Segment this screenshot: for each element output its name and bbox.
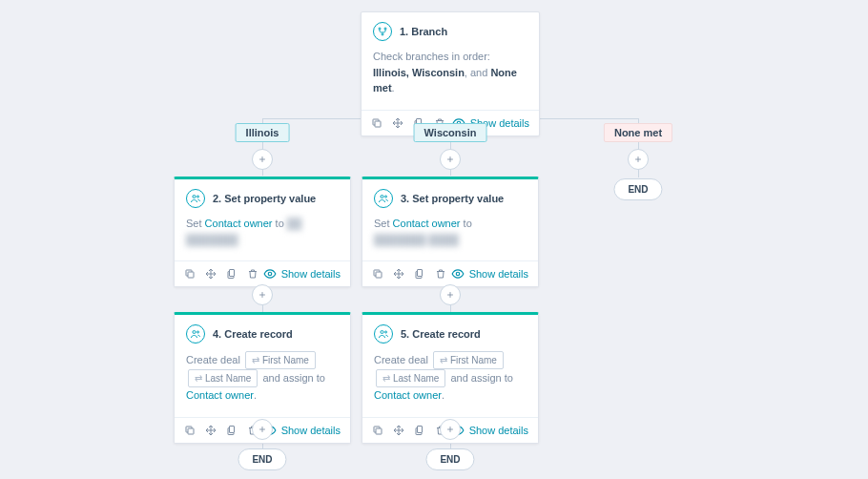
svg-rect-23 xyxy=(376,428,382,434)
svg-rect-18 xyxy=(188,428,194,434)
svg-rect-3 xyxy=(375,121,381,127)
svg-point-12 xyxy=(385,196,387,198)
copy-icon[interactable] xyxy=(414,268,425,280)
move-icon[interactable] xyxy=(393,268,404,280)
clone-icon[interactable] xyxy=(372,425,383,436)
move-icon[interactable] xyxy=(205,268,217,280)
svg-point-2 xyxy=(382,33,383,35)
eye-icon xyxy=(451,267,465,281)
clone-icon[interactable] xyxy=(372,268,383,280)
clone-icon[interactable] xyxy=(371,117,382,129)
card-title: 1. Branch xyxy=(400,26,447,37)
card-body: Check branches in order: Illinois, Wisco… xyxy=(362,47,539,110)
svg-point-15 xyxy=(456,272,460,276)
copy-icon[interactable] xyxy=(226,268,238,280)
move-icon[interactable] xyxy=(392,117,403,129)
svg-point-21 xyxy=(381,331,383,334)
property-link[interactable]: Contact owner xyxy=(393,218,461,229)
card-body: Set Contact owner to ██ ███████ xyxy=(175,214,350,260)
show-details[interactable]: Show details xyxy=(263,267,341,281)
card-title: 2. Set property value xyxy=(213,193,316,204)
contact-icon xyxy=(186,324,205,344)
show-details[interactable]: Show details xyxy=(451,267,528,281)
contact-icon xyxy=(186,189,205,208)
add-action-button[interactable] xyxy=(440,419,461,440)
svg-point-6 xyxy=(193,196,196,198)
svg-rect-13 xyxy=(376,272,382,278)
eye-icon xyxy=(263,267,277,281)
svg-point-11 xyxy=(381,196,383,198)
copy-icon[interactable] xyxy=(414,425,425,436)
card-title: 3. Set property value xyxy=(401,193,504,204)
property-link[interactable]: Contact owner xyxy=(374,389,442,401)
svg-point-10 xyxy=(268,272,272,276)
end-node: END xyxy=(238,448,286,470)
contact-icon xyxy=(374,324,393,344)
copy-icon[interactable] xyxy=(226,425,238,436)
card-footer: Show details xyxy=(362,260,538,286)
card-body: Set Contact owner to ███████ ████ xyxy=(362,214,538,260)
svg-point-17 xyxy=(197,331,199,333)
svg-point-7 xyxy=(197,196,199,198)
token-last-name: ⇄Last Name xyxy=(188,369,258,387)
card-title: 5. Create record xyxy=(401,328,481,340)
add-action-button[interactable] xyxy=(252,419,273,440)
card-title: 4. Create record xyxy=(213,328,293,340)
card-footer: Show details xyxy=(175,260,350,286)
property-link[interactable]: Contact owner xyxy=(186,389,254,401)
svg-rect-24 xyxy=(418,426,423,432)
token-last-name: ⇄Last Name xyxy=(376,369,445,387)
add-action-button[interactable] xyxy=(252,149,273,170)
branch-label-illinois[interactable]: Illinois xyxy=(236,123,290,142)
property-link[interactable]: Contact owner xyxy=(205,218,273,229)
move-icon[interactable] xyxy=(205,425,217,436)
branch-label-wisconsin[interactable]: Wisconsin xyxy=(414,123,487,142)
branch-icon xyxy=(373,22,392,41)
token-first-name: ⇄First Name xyxy=(245,351,316,369)
move-icon[interactable] xyxy=(393,425,404,436)
card-body: Create deal ⇄First Name⇄Last Name and as… xyxy=(362,349,538,417)
svg-rect-9 xyxy=(230,270,235,277)
add-action-button[interactable] xyxy=(628,149,649,170)
token-first-name: ⇄First Name xyxy=(433,351,504,369)
delete-icon[interactable] xyxy=(247,268,258,280)
end-node: END xyxy=(613,178,662,200)
contact-icon xyxy=(374,189,393,208)
branch-label-none-met[interactable]: None met xyxy=(604,123,672,142)
delete-icon[interactable] xyxy=(435,268,446,280)
branch-card[interactable]: 1. Branch Check branches in order: Illin… xyxy=(361,11,540,136)
add-action-button[interactable] xyxy=(252,284,273,305)
end-node: END xyxy=(425,448,474,470)
svg-point-0 xyxy=(379,28,381,30)
action-card-set-property[interactable]: 3. Set property value Set Contact owner … xyxy=(362,177,539,287)
show-details[interactable]: Show details xyxy=(451,424,528,437)
show-details[interactable]: Show details xyxy=(263,424,341,437)
svg-rect-19 xyxy=(230,426,235,432)
clone-icon[interactable] xyxy=(184,268,196,280)
workflow-canvas: 1. Branch Check branches in order: Illin… xyxy=(0,0,868,479)
svg-rect-8 xyxy=(188,272,194,278)
svg-point-1 xyxy=(384,28,386,30)
clone-icon[interactable] xyxy=(184,425,196,436)
svg-rect-14 xyxy=(418,270,423,277)
card-body: Create deal ⇄First Name⇄Last Name and as… xyxy=(175,349,350,417)
svg-point-22 xyxy=(385,331,387,333)
svg-point-16 xyxy=(193,331,196,334)
add-action-button[interactable] xyxy=(440,149,461,170)
action-card-set-property[interactable]: 2. Set property value Set Contact owner … xyxy=(174,177,351,287)
add-action-button[interactable] xyxy=(440,284,461,305)
